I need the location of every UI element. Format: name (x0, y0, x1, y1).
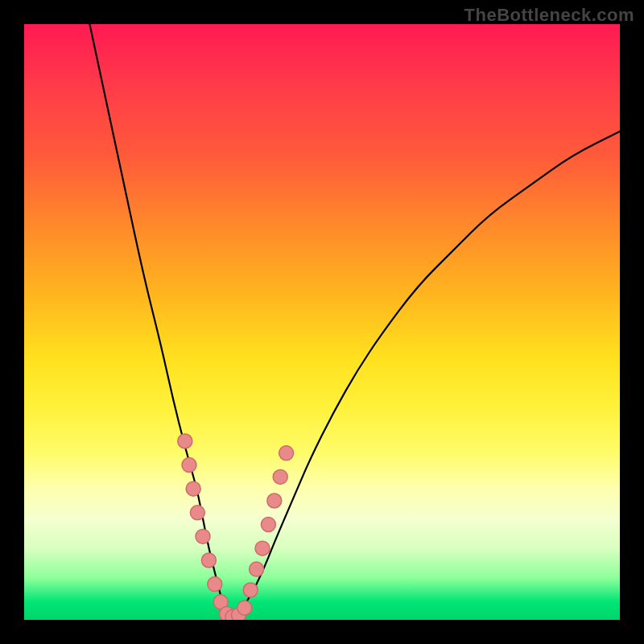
plot-area (24, 24, 620, 620)
watermark-text: TheBottleneck.com (464, 5, 634, 26)
chart-canvas (24, 24, 620, 620)
chart-frame: TheBottleneck.com (0, 0, 644, 644)
